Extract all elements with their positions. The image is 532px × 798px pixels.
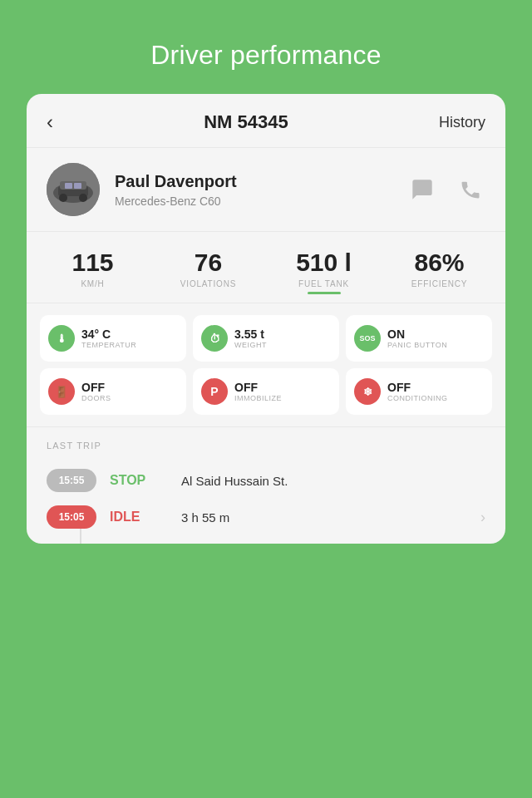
immobilize-value: OFF xyxy=(234,381,282,395)
conditioning-label: CONDITIONING xyxy=(387,394,448,402)
stat-violations: 76 VIOLATIONS xyxy=(150,249,266,294)
history-button[interactable]: History xyxy=(439,114,485,131)
avatar xyxy=(47,163,100,216)
status-weight: ⏱ 3.55 t WEIGHT xyxy=(193,315,339,362)
trip-item-stop: 15:55 STOP Al Said Hussain St. xyxy=(47,462,485,499)
stat-fuel-label: FUEL TANK xyxy=(298,279,349,288)
panic-label: PANIC BUTTON xyxy=(387,341,447,349)
chevron-right-icon: › xyxy=(480,509,485,526)
weight-icon: ⏱ xyxy=(201,325,228,352)
driver-section: Paul Davenport Mercedes-Benz C60 xyxy=(27,148,505,232)
immobilize-label: IMMOBILIZE xyxy=(234,394,282,402)
status-temperature: 🌡 34° C TEMPERATUR xyxy=(40,315,186,362)
panic-value: ON xyxy=(387,328,447,342)
status-grid: 🌡 34° C TEMPERATUR ⏱ 3.55 t WEIGHT SOS O… xyxy=(27,303,505,427)
driver-name: Paul Davenport xyxy=(115,172,407,191)
stat-violations-label: VIOLATIONS xyxy=(180,279,236,288)
stat-fuel-value: 510 l xyxy=(296,249,352,276)
svg-rect-7 xyxy=(74,183,81,189)
stat-speed-value: 115 xyxy=(71,249,113,276)
last-trip-section: LAST TRIP 15:55 STOP Al Said Hussain St.… xyxy=(27,427,505,544)
driver-vehicle: Mercedes-Benz C60 xyxy=(115,195,407,208)
stat-speed: 115 KM/H xyxy=(35,249,150,294)
weight-value: 3.55 t xyxy=(234,328,267,342)
svg-point-5 xyxy=(79,194,87,202)
stat-fuel-underline xyxy=(308,292,341,294)
stat-speed-label: KM/H xyxy=(81,279,104,288)
back-button[interactable]: ‹ xyxy=(47,111,53,134)
last-trip-title: LAST TRIP xyxy=(47,441,485,451)
temperature-value: 34° C xyxy=(81,328,136,342)
stat-efficiency-value: 86% xyxy=(414,249,464,276)
panic-icon: SOS xyxy=(354,325,381,352)
weight-label: WEIGHT xyxy=(234,341,267,349)
status-panic: SOS ON PANIC BUTTON xyxy=(346,315,492,362)
stats-row: 115 KM/H 76 VIOLATIONS 510 l FUEL TANK 8… xyxy=(27,232,505,303)
plate-number: NM 54345 xyxy=(204,111,288,133)
trip-status-stop: STOP xyxy=(110,473,168,488)
trip-status-idle: IDLE xyxy=(110,510,168,525)
trip-time-idle: 15:05 xyxy=(47,505,96,529)
doors-icon: 🚪 xyxy=(48,378,75,405)
trip-item-idle[interactable]: 15:05 IDLE 3 h 55 m › xyxy=(47,499,485,535)
temperature-icon: 🌡 xyxy=(48,325,75,352)
status-conditioning: ❄ OFF CONDITIONING xyxy=(346,368,492,415)
card-header: ‹ NM 54345 History xyxy=(27,94,505,148)
stat-efficiency: 86% EFFICIENCY xyxy=(382,249,497,294)
stat-violations-value: 76 xyxy=(195,249,222,276)
status-immobilize: P OFF IMMOBILIZE xyxy=(193,368,339,415)
stat-fuel: 510 l FUEL TANK xyxy=(266,249,382,294)
driver-actions xyxy=(407,175,485,204)
main-card: ‹ NM 54345 History Paul Davenport M xyxy=(27,94,505,544)
immobilize-icon: P xyxy=(201,378,228,405)
conditioning-icon: ❄ xyxy=(354,378,381,405)
svg-rect-3 xyxy=(60,181,86,190)
doors-label: DOORS xyxy=(81,394,111,402)
svg-point-4 xyxy=(59,194,67,202)
stat-efficiency-label: EFFICIENCY xyxy=(411,279,467,288)
page-title: Driver performance xyxy=(150,40,381,71)
trip-detail-idle: 3 h 55 m xyxy=(181,510,467,525)
call-button[interactable] xyxy=(456,175,485,204)
trip-time-stop: 15:55 xyxy=(47,469,96,492)
conditioning-value: OFF xyxy=(387,381,448,395)
driver-info: Paul Davenport Mercedes-Benz C60 xyxy=(115,172,407,208)
temperature-label: TEMPERATUR xyxy=(81,341,136,349)
svg-rect-6 xyxy=(65,183,72,189)
status-doors: 🚪 OFF DOORS xyxy=(40,368,186,415)
trip-detail-stop: Al Said Hussain St. xyxy=(181,474,485,488)
message-button[interactable] xyxy=(407,175,437,204)
doors-value: OFF xyxy=(81,381,111,395)
